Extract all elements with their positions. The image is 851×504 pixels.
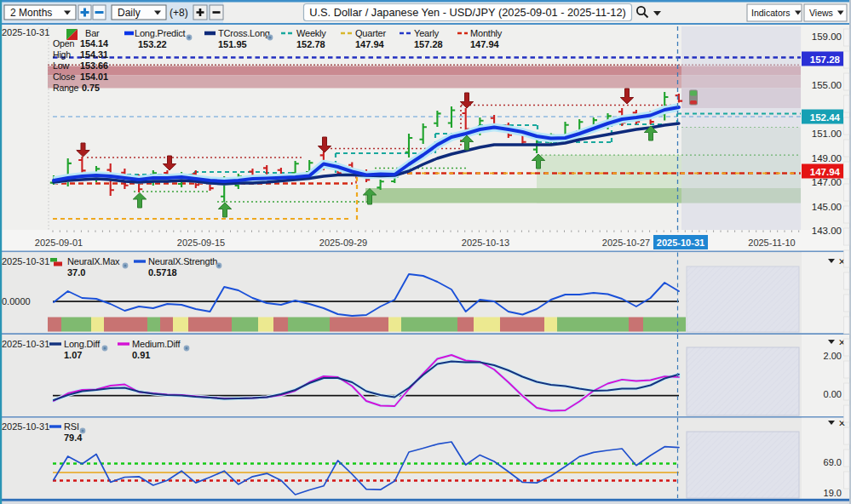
svg-text:37.0: 37.0 bbox=[67, 267, 85, 278]
svg-text:2025-09-01: 2025-09-01 bbox=[35, 238, 83, 248]
svg-text:151.95: 151.95 bbox=[218, 39, 247, 49]
svg-text:157.28: 157.28 bbox=[810, 54, 841, 65]
svg-text:0.75: 0.75 bbox=[82, 83, 100, 93]
svg-text:Range: Range bbox=[53, 83, 79, 93]
svg-text:Long.Predict: Long.Predict bbox=[135, 28, 186, 38]
svg-text:NeuralX.Strength: NeuralX.Strength bbox=[148, 256, 217, 266]
svg-text:(+8): (+8) bbox=[170, 7, 188, 19]
svg-text:147.94: 147.94 bbox=[810, 167, 841, 177]
svg-text:Views: Views bbox=[809, 8, 833, 18]
svg-text:Close: Close bbox=[53, 72, 75, 82]
svg-text:Bar: Bar bbox=[85, 28, 100, 38]
svg-text:Medium.Diff: Medium.Diff bbox=[132, 339, 181, 349]
svg-text:154.14: 154.14 bbox=[80, 38, 108, 49]
svg-text:153.66: 153.66 bbox=[80, 60, 108, 71]
svg-text:149.00: 149.00 bbox=[812, 153, 842, 163]
svg-text:1.07: 1.07 bbox=[64, 350, 82, 360]
svg-text:2.00: 2.00 bbox=[824, 351, 842, 361]
svg-text:154.01: 154.01 bbox=[80, 72, 108, 82]
svg-text:Daily: Daily bbox=[118, 7, 141, 19]
svg-text:NeuralX.Max: NeuralX.Max bbox=[67, 256, 120, 266]
svg-text:Yearly: Yearly bbox=[414, 28, 440, 38]
svg-text:157.28: 157.28 bbox=[414, 39, 443, 49]
svg-text:Quarter: Quarter bbox=[355, 28, 386, 38]
svg-text:2025-10-31: 2025-10-31 bbox=[2, 339, 49, 349]
svg-text:2025-10-31: 2025-10-31 bbox=[657, 238, 704, 248]
svg-text:159.00: 159.00 bbox=[812, 32, 842, 42]
svg-text:Long.Diff: Long.Diff bbox=[64, 339, 101, 349]
svg-text:152.78: 152.78 bbox=[296, 39, 325, 49]
svg-text:2025-10-31: 2025-10-31 bbox=[2, 256, 49, 266]
svg-text:2025-10-31: 2025-10-31 bbox=[2, 27, 49, 37]
svg-text:151.00: 151.00 bbox=[812, 129, 842, 139]
svg-text:Open: Open bbox=[53, 38, 74, 49]
svg-text:155.00: 155.00 bbox=[812, 80, 842, 90]
svg-text:Monthly: Monthly bbox=[470, 28, 503, 38]
svg-text:RSI: RSI bbox=[64, 421, 79, 432]
svg-text:147.94: 147.94 bbox=[355, 39, 385, 49]
svg-text:147.00: 147.00 bbox=[812, 177, 842, 187]
svg-text:152.44: 152.44 bbox=[810, 112, 841, 123]
svg-text:0.0000: 0.0000 bbox=[2, 296, 31, 306]
svg-text:69.0: 69.0 bbox=[824, 457, 842, 467]
svg-text:2025-09-29: 2025-09-29 bbox=[319, 238, 367, 248]
svg-text:19.0: 19.0 bbox=[824, 488, 842, 498]
svg-text:0.00: 0.00 bbox=[824, 389, 842, 399]
svg-text:2025-11-10: 2025-11-10 bbox=[748, 238, 795, 248]
svg-text:154.31: 154.31 bbox=[80, 49, 108, 60]
svg-text:143.00: 143.00 bbox=[812, 226, 842, 236]
svg-text:Weekly: Weekly bbox=[296, 28, 326, 38]
svg-text:Indicators: Indicators bbox=[751, 8, 791, 18]
svg-text:Low: Low bbox=[53, 60, 69, 71]
svg-text:0.5718: 0.5718 bbox=[148, 267, 177, 278]
svg-text:2025-09-15: 2025-09-15 bbox=[177, 238, 225, 248]
svg-text:U.S. Dollar / Japanese Yen - U: U.S. Dollar / Japanese Yen - USD/JPY (20… bbox=[309, 6, 626, 19]
svg-text:153.22: 153.22 bbox=[138, 39, 167, 49]
svg-text:0.91: 0.91 bbox=[132, 350, 150, 360]
svg-text:2025-10-27: 2025-10-27 bbox=[602, 238, 650, 248]
svg-text:2025-10-31: 2025-10-31 bbox=[2, 421, 49, 432]
svg-text:TCross.Long: TCross.Long bbox=[218, 28, 270, 38]
svg-text:147.94: 147.94 bbox=[470, 39, 500, 49]
svg-text:High: High bbox=[53, 49, 71, 60]
svg-text:145.00: 145.00 bbox=[812, 202, 842, 212]
svg-text:2 Months: 2 Months bbox=[10, 7, 52, 19]
svg-text:2025-10-13: 2025-10-13 bbox=[462, 238, 509, 248]
svg-text:79.4: 79.4 bbox=[64, 432, 83, 443]
